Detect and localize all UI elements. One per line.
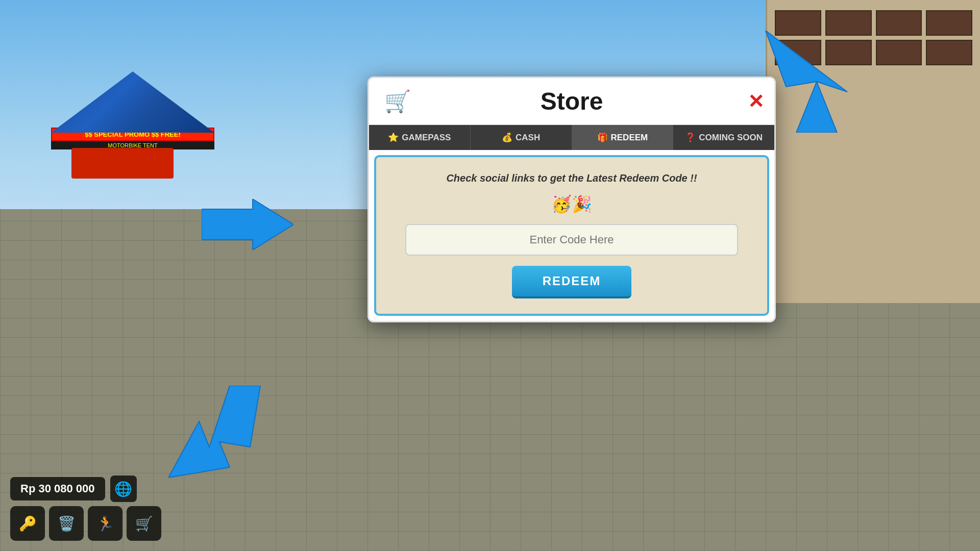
tab-redeem[interactable]: 🎁 REDEEM — [572, 125, 674, 150]
cart-button[interactable]: 🛒 — [127, 506, 161, 541]
tab-redeem-label: REDEEM — [611, 133, 648, 143]
hud-money-row: Rp 30 080 000 🌐 — [10, 475, 161, 502]
code-input[interactable] — [405, 224, 738, 256]
hud-action-buttons: 🔑 🗑️ 🏃 🛒 — [10, 506, 161, 541]
window-block — [926, 40, 972, 65]
svg-marker-2 — [168, 386, 260, 478]
window-block — [876, 10, 922, 36]
globe-button[interactable]: 🌐 — [110, 475, 137, 502]
redeem-emoji: 🥳🎉 — [551, 194, 592, 214]
tent-table — [71, 148, 174, 179]
trash-button[interactable]: 🗑️ — [49, 506, 84, 541]
tent-roof — [51, 71, 214, 133]
modal-redeem-content: Check social links to get the Latest Red… — [374, 155, 769, 316]
tab-cash-label: CASH — [516, 133, 540, 143]
redeem-description: Check social links to get the Latest Red… — [446, 172, 697, 184]
hud-money-display: Rp 30 080 000 — [10, 477, 105, 500]
arrow-down-left — [168, 386, 271, 490]
modal-title: Store — [541, 87, 603, 115]
cart-icon: 🛒 — [384, 89, 411, 114]
question-icon: ❓ — [685, 132, 696, 143]
tab-cash[interactable]: 💰 CASH — [471, 125, 572, 150]
modal-tabs: ⭐ GAMEPASS 💰 CASH 🎁 REDEEM ❓ COMING SOON — [369, 125, 774, 150]
bottom-hud: Rp 30 080 000 🌐 🔑 🗑️ 🏃 🛒 — [10, 475, 161, 541]
tab-gamepass[interactable]: ⭐ GAMEPASS — [369, 125, 471, 150]
svg-marker-0 — [766, 31, 847, 133]
gift-icon: 🎁 — [597, 132, 608, 143]
person-button[interactable]: 🏃 — [88, 506, 122, 541]
modal-header: 🛒 Store ✕ — [369, 78, 774, 125]
arrow-top-right — [755, 31, 857, 135]
globe-icon: 🌐 — [114, 481, 132, 497]
window-block — [876, 40, 922, 65]
keys-button[interactable]: 🔑 — [10, 506, 45, 541]
svg-marker-1 — [202, 199, 293, 250]
tab-gamepass-label: GAMEPASS — [402, 133, 451, 143]
tent: $$ SPECIAL PROMO $$ FREE! MOTORBIKE TENT — [51, 71, 214, 149]
store-modal: 🛒 Store ✕ ⭐ GAMEPASS 💰 CASH 🎁 REDEEM ❓ C… — [368, 77, 776, 322]
star-icon: ⭐ — [388, 132, 399, 143]
arrow-left-to-input — [202, 199, 293, 252]
tab-coming-soon-label: COMING SOON — [699, 133, 763, 143]
redeem-button[interactable]: REDEEM — [512, 266, 632, 298]
money-bag-icon: 💰 — [502, 132, 512, 143]
window-block — [926, 10, 972, 36]
